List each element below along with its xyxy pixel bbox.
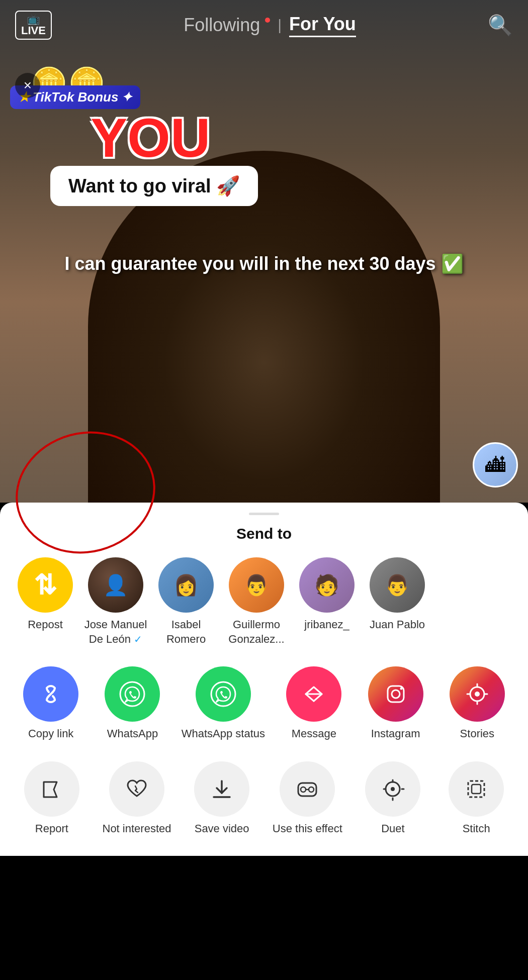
share-instagram[interactable]: Instagram [363, 666, 428, 741]
whatsapp-icon-circle [105, 666, 160, 722]
copy-link-label: Copy link [28, 727, 73, 741]
message-icon-circle [286, 666, 341, 722]
instagram-icon [382, 680, 410, 708]
jose-avatar: 👤 [88, 557, 143, 613]
svg-line-3 [306, 694, 314, 701]
share-whatsapp[interactable]: WhatsApp [100, 666, 165, 741]
action-stitch[interactable]: Stitch [444, 761, 509, 836]
link-icon [38, 681, 64, 707]
contact-isabel[interactable]: 👩 IsabelRomero [151, 557, 221, 646]
mask-icon [294, 776, 320, 802]
use-effect-label: Use this effect [273, 822, 342, 836]
svg-line-4 [314, 694, 322, 701]
svg-point-6 [392, 690, 400, 698]
action-report[interactable]: Report [19, 761, 84, 836]
svg-point-18 [309, 787, 314, 792]
repost-avatar: ⇅ [18, 557, 73, 613]
use-effect-icon-circle [280, 761, 335, 817]
svg-point-9 [475, 692, 480, 697]
repost-icon: ⇅ [34, 569, 57, 601]
whatsapp-status-icon-circle [196, 666, 251, 722]
not-interested-icon-circle [109, 761, 164, 817]
viral-text: Want to go viral 🚀 [68, 175, 240, 197]
whatsapp-icon [117, 679, 147, 709]
duet-label: Duet [381, 822, 404, 836]
report-icon [39, 776, 65, 802]
share-copy-link[interactable]: Copy link [18, 666, 83, 741]
jribanez-avatar: 🧑 [299, 557, 355, 613]
guillermo-avatar: 👨 [229, 557, 284, 613]
top-bar: 📺 LIVE Following | For You 🔍 [0, 0, 528, 50]
svg-point-17 [301, 787, 306, 792]
close-button[interactable]: × [15, 73, 40, 98]
report-icon-circle [24, 761, 79, 817]
svg-rect-22 [468, 781, 484, 797]
guarantee-text: I can guarantee you will in the next 30 … [0, 251, 528, 276]
search-icon[interactable]: 🔍 [488, 14, 513, 37]
contact-jose[interactable]: 👤 Jose ManuelDe León ✓ [80, 557, 151, 646]
jribanez-name: jribanez_ [304, 618, 349, 632]
viral-bubble: Want to go viral 🚀 [50, 166, 258, 206]
guillermo-name: GuillermoGonzalez... [228, 618, 284, 646]
whatsapp-status-icon [208, 679, 238, 709]
isabel-avatar: 👩 [158, 557, 214, 613]
actions-row: Report Not interested Save video [0, 761, 528, 836]
share-row: Copy link WhatsApp WhatsApp status [0, 666, 528, 741]
contact-repost[interactable]: ⇅ Repost [10, 557, 80, 646]
tv-icon: 📺 [27, 14, 40, 25]
svg-marker-2 [306, 687, 322, 694]
download-icon [209, 776, 235, 802]
save-video-icon-circle [194, 761, 249, 817]
nav-tabs: Following | For You [184, 14, 356, 37]
bottom-sheet: Send to ⇅ Repost 👤 Jose ManuelDe León ✓ … [0, 503, 528, 856]
svg-rect-23 [472, 785, 481, 794]
contact-jribanez[interactable]: 🧑 jribanez_ [292, 557, 362, 646]
sheet-handle [249, 513, 279, 515]
duet-icon [380, 776, 406, 802]
live-label: LIVE [21, 25, 46, 37]
svg-point-1 [211, 682, 235, 706]
report-label: Report [35, 822, 68, 836]
action-use-effect[interactable]: Use this effect [273, 761, 342, 836]
contact-guillermo[interactable]: 👨 GuillermoGonzalez... [221, 557, 292, 646]
duet-icon-circle [365, 761, 420, 817]
stitch-icon [463, 776, 489, 802]
contact-juanpablo[interactable]: 👨 Juan Pablo [362, 557, 432, 646]
jose-name: Jose ManuelDe León ✓ [84, 618, 147, 646]
instagram-icon-circle [368, 666, 423, 722]
nav-divider: | [278, 17, 282, 34]
svg-point-0 [120, 682, 144, 706]
corner-avatar[interactable]: 🏙 [473, 442, 518, 487]
live-badge[interactable]: 📺 LIVE [15, 11, 52, 40]
svg-point-21 [391, 787, 395, 791]
message-icon [300, 680, 328, 708]
tab-following[interactable]: Following [184, 15, 260, 36]
instagram-label: Instagram [371, 727, 420, 741]
broken-heart-icon [124, 776, 150, 802]
contacts-row: ⇅ Repost 👤 Jose ManuelDe León ✓ 👩 Isabel… [0, 557, 528, 646]
send-to-title: Send to [0, 525, 528, 542]
stories-label: Stories [460, 727, 494, 741]
action-duet[interactable]: Duet [360, 761, 425, 836]
isabel-name: IsabelRomero [166, 618, 206, 646]
not-interested-label: Not interested [103, 822, 171, 836]
share-whatsapp-status[interactable]: WhatsApp status [182, 666, 265, 741]
repost-label: Repost [28, 618, 63, 632]
share-message[interactable]: Message [281, 666, 346, 741]
tiktok-bonus-label: TikTok Bonus [33, 89, 118, 105]
juanpablo-name: Juan Pablo [370, 618, 425, 632]
stories-icon-circle [450, 666, 505, 722]
stitch-icon-circle [449, 761, 504, 817]
tab-foryou[interactable]: For You [289, 14, 356, 37]
you-text: YOU [91, 106, 210, 169]
video-area: 🪙🪙 × ★ TikTok Bonus ✦ YOU Want to go vir… [0, 0, 528, 503]
svg-point-7 [400, 688, 402, 690]
copy-link-icon-circle [23, 666, 78, 722]
sparkle-icon: ✦ [121, 89, 132, 105]
action-save-video[interactable]: Save video [189, 761, 254, 836]
whatsapp-status-label: WhatsApp status [182, 727, 265, 741]
share-stories[interactable]: Stories [445, 666, 510, 741]
message-label: Message [292, 727, 336, 741]
stories-icon [463, 680, 491, 708]
action-not-interested[interactable]: Not interested [103, 761, 171, 836]
